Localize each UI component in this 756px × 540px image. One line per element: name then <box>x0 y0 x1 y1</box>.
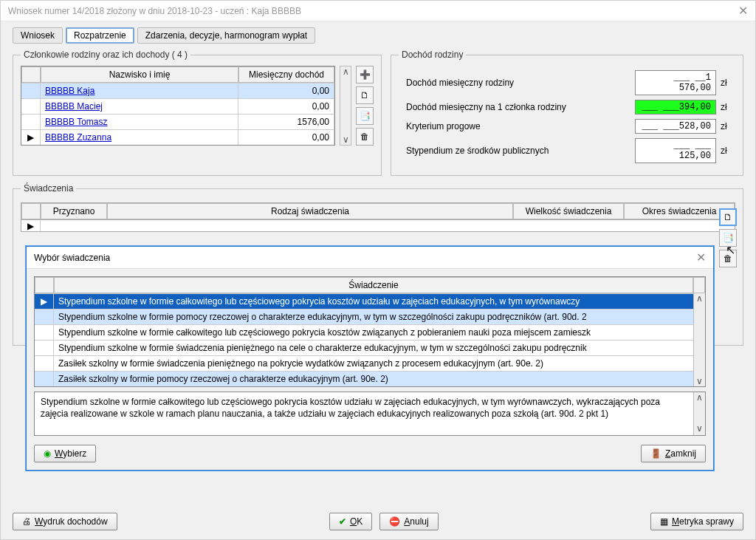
swiadczenie-list: Świadczenie ▶ Stypendium szkolne w formi… <box>34 276 706 387</box>
list-item[interactable]: Stypendium szkolne w formie całkowitego … <box>35 324 705 340</box>
row-marker-icon: ▶ <box>35 294 54 309</box>
new-doc-button[interactable]: 🗋 <box>356 86 374 104</box>
tab-wniosek[interactable]: Wniosek <box>13 27 63 44</box>
no-entry-icon: ⛔ <box>389 516 400 527</box>
new-sw-button[interactable]: 🗋 <box>719 208 737 226</box>
income-line-4: Stypendium ze środków publicznych ___ __… <box>399 138 735 163</box>
family-fieldset: Członkowie rodziny oraz ich dochody ( 4 … <box>13 49 382 176</box>
col-income-header: Miesięczny dochód <box>238 66 334 83</box>
list-item[interactable]: ▶ Stypendium szkolne w formie całkowiteg… <box>35 293 705 309</box>
swiadczenia-toolbar: 🗋 📑 🗑 <box>719 208 737 267</box>
tab-bar: Wniosek Rozpatrzenie Zdarzenia, decyzje,… <box>13 27 743 44</box>
col-name-header: Nazwisko i imię <box>41 66 238 83</box>
anuluj-button[interactable]: ⛔ Anuluj <box>379 513 438 530</box>
wybor-swiadczenia-dialog: Wybór świadczenia ✕ Świadczenie ▶ Stypen… <box>26 246 714 471</box>
family-scrollbar[interactable]: ∧∨ <box>340 66 351 146</box>
income-value-3[interactable]: ___ ___528,00 <box>635 119 716 134</box>
swiadczenia-legend: Świadczenia <box>21 183 76 194</box>
income-value-4[interactable]: ___ ___ 125,00 <box>635 138 716 163</box>
col-marker <box>21 66 41 83</box>
income-line-3: Kryterium progowe ___ ___528,00 zł <box>399 119 735 134</box>
printer-icon: 🖨 <box>22 516 31 527</box>
family-row[interactable]: BBBBB Kaja 0,00 <box>21 83 334 98</box>
door-icon: 🚪 <box>650 448 662 459</box>
edit-button[interactable]: 📑 <box>356 107 374 125</box>
family-row[interactable]: ▶ BBBBB Zuzanna 0,00 <box>21 129 334 145</box>
metryka-sprawy-button[interactable]: ▦ Metryka sprawy <box>650 513 743 530</box>
family-row[interactable]: BBBBB Maciej 0,00 <box>21 98 334 114</box>
add-red-button[interactable]: ➕ <box>356 66 374 83</box>
income-line-1: Dochód miesięczny rodziny ___ __1 576,00… <box>399 70 735 95</box>
main-window: Wniosek numer 14/2018 złożony w dniu 201… <box>0 0 756 540</box>
titlebar: Wniosek numer 14/2018 złożony w dniu 201… <box>1 1 755 21</box>
list-item[interactable]: Zasiłek szkolny w formie pomocy rzeczowe… <box>35 371 705 386</box>
bottom-bar: 🖨 Wydruk dochodów ✔ OK ⛔ Anuluj ▦ Metryk… <box>13 513 743 530</box>
wydruk-dochodow-button[interactable]: 🖨 Wydruk dochodów <box>13 513 117 530</box>
select-icon: ◉ <box>44 448 51 459</box>
family-row[interactable]: BBBBB Tomasz 1576,00 <box>21 114 334 129</box>
list-scrollbar[interactable]: ∧∨ <box>693 293 705 386</box>
wybierz-button[interactable]: ◉ Wybierz <box>34 445 96 462</box>
swiadczenie-col-header: Świadczenie <box>54 277 693 293</box>
income-line-2: Dochód miesięczny na 1 członka rodziny _… <box>399 100 735 115</box>
list-item[interactable]: Zasiłek szkolny w formie świadczenia pie… <box>35 355 705 371</box>
modal-close-icon[interactable]: ✕ <box>696 250 706 264</box>
close-icon[interactable]: ✕ <box>738 4 748 18</box>
tab-rozpatrzenie[interactable]: Rozpatrzenie <box>66 27 134 44</box>
income-value-1[interactable]: ___ __1 576,00 <box>635 70 716 95</box>
income-value-2[interactable]: ___ ___394,00 <box>635 100 716 115</box>
list-item[interactable]: Stypendium szkolne w formie świadczenia … <box>35 340 705 355</box>
desc-scrollbar[interactable]: ∧∨ <box>693 392 705 435</box>
check-icon: ✔ <box>339 516 346 527</box>
window-title: Wniosek numer 14/2018 złożony w dniu 201… <box>8 6 301 16</box>
tab-zdarzenia[interactable]: Zdarzenia, decyzje, harmonogram wypłat <box>137 27 315 44</box>
modal-title-text: Wybór świadczenia <box>34 253 110 263</box>
grid-icon: ▦ <box>660 516 668 527</box>
family-legend: Członkowie rodziny oraz ich dochody ( 4 … <box>21 49 190 60</box>
edit-sw-button[interactable]: 📑 <box>719 229 737 247</box>
income-fieldset: Dochód rodziny Dochód miesięczny rodziny… <box>391 49 743 176</box>
description-box: Stypendium szkolne w formie całkowitego … <box>34 392 706 436</box>
ok-button[interactable]: ✔ OK <box>329 513 372 530</box>
zamknij-button[interactable]: 🚪 Zamknij <box>641 445 706 462</box>
list-item[interactable]: Stypendium szkolne w formie pomocy rzecz… <box>35 309 705 324</box>
delete-button[interactable]: 🗑 <box>356 128 374 146</box>
delete-sw-button[interactable]: 🗑 <box>719 250 737 267</box>
modal-titlebar: Wybór świadczenia ✕ <box>27 247 713 269</box>
swiadczenia-header: Przyznano Rodzaj świadczenia Wielkość św… <box>21 202 735 220</box>
family-toolbar: ➕ 🗋 📑 🗑 <box>356 66 374 146</box>
income-legend: Dochód rodziny <box>399 49 466 60</box>
swiadczenia-row[interactable]: ▶ <box>21 220 735 232</box>
family-table: Nazwisko i imię Miesięczny dochód BBBBB … <box>21 66 335 146</box>
